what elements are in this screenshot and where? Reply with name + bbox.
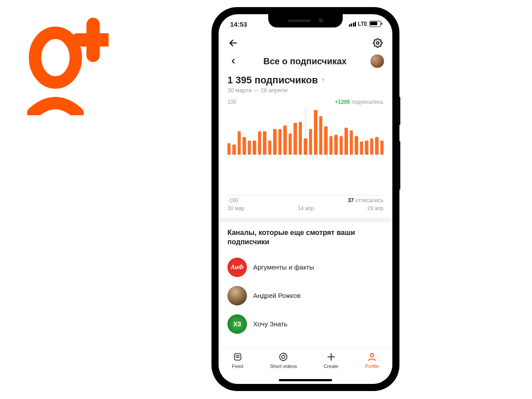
channel-item[interactable]: Андрей Рожков bbox=[227, 282, 383, 310]
chart-bar bbox=[238, 131, 241, 155]
tab-profile[interactable]: Profile bbox=[365, 352, 379, 369]
x-tick-end: 29 апр bbox=[367, 205, 383, 211]
chart-bar bbox=[278, 129, 282, 155]
chart-bar bbox=[309, 129, 312, 155]
date-range: 30 марта — 29 апреля bbox=[227, 87, 383, 94]
chart-bar bbox=[227, 143, 231, 155]
phone-notch bbox=[268, 14, 343, 27]
chart-bar bbox=[329, 136, 332, 155]
trend-up-icon: ↑ bbox=[321, 76, 325, 84]
plus-icon bbox=[326, 352, 336, 362]
back-arrow-button[interactable] bbox=[227, 36, 240, 50]
short-videos-icon bbox=[278, 352, 288, 362]
tab-short-videos[interactable]: Short videos bbox=[270, 352, 297, 369]
channel-avatar: АиФ bbox=[227, 258, 247, 277]
chart-bars[interactable] bbox=[227, 108, 383, 155]
svg-point-4 bbox=[376, 42, 379, 44]
tab-label: Short videos bbox=[270, 364, 297, 369]
signal-icon bbox=[349, 22, 356, 27]
x-tick-mid: 14 апр bbox=[298, 205, 314, 211]
tab-feed[interactable]: Feed bbox=[232, 352, 243, 369]
chart-bar bbox=[273, 129, 276, 155]
svg-point-9 bbox=[282, 355, 285, 358]
chart-bar bbox=[355, 136, 358, 155]
add-user-icon bbox=[20, 13, 109, 115]
subscriber-count: 1 395 bbox=[227, 74, 252, 86]
chart-bar bbox=[380, 141, 383, 155]
subscriber-chart: 100 +1205подписались -100 37 отписались … bbox=[219, 95, 392, 218]
loss-summary: 37 отписались bbox=[348, 197, 383, 203]
chart-bar bbox=[360, 141, 363, 155]
back-chevron-button[interactable] bbox=[227, 55, 240, 68]
page-title: Все о подписчиках bbox=[245, 56, 365, 66]
y-axis-top: 100 bbox=[227, 99, 236, 105]
chart-bar bbox=[344, 128, 348, 155]
subscriber-count-label: подписчиков bbox=[254, 74, 318, 86]
chart-bar bbox=[258, 131, 261, 155]
chart-bar bbox=[268, 141, 271, 155]
chart-bar bbox=[314, 110, 317, 155]
chart-bar bbox=[299, 122, 302, 155]
channel-name: Андрей Рожков bbox=[253, 292, 301, 299]
chart-bar bbox=[319, 116, 322, 155]
channel-name: Аргументы и факты bbox=[253, 263, 314, 271]
chart-bar bbox=[232, 145, 235, 155]
gain-summary: +1205подписались bbox=[335, 99, 383, 105]
settings-gear-button[interactable] bbox=[371, 36, 384, 50]
chart-bar bbox=[350, 130, 353, 155]
chart-bar bbox=[324, 126, 327, 155]
svg-point-12 bbox=[371, 354, 374, 357]
chart-bar bbox=[370, 138, 373, 155]
chart-bar bbox=[248, 141, 251, 155]
chart-bar bbox=[375, 137, 378, 155]
status-network: LTE bbox=[358, 21, 368, 27]
y-axis-bottom: -100 bbox=[227, 197, 238, 203]
subscriber-summary: 1 395 подписчиков ↑ 30 марта — 29 апреля bbox=[219, 71, 392, 95]
chart-bar bbox=[243, 137, 246, 155]
battery-icon bbox=[369, 21, 381, 27]
channel-avatar bbox=[227, 286, 247, 305]
chart-bar bbox=[283, 125, 286, 155]
tab-label: Profile bbox=[365, 364, 379, 369]
channel-name: Хочу Знать bbox=[253, 320, 287, 328]
chart-bar bbox=[340, 136, 343, 155]
channel-item[interactable]: ХЗХочу Знать bbox=[227, 310, 383, 338]
chart-bar bbox=[293, 123, 297, 155]
phone-frame: 14:53 LTE bbox=[212, 8, 399, 390]
tab-create[interactable]: Create bbox=[324, 352, 338, 369]
channel-item[interactable]: АиФАргументы и факты bbox=[227, 253, 383, 282]
status-time: 14:53 bbox=[230, 20, 247, 28]
channels-heading: Каналы, которые еще смотрят ваши подписч… bbox=[227, 228, 383, 247]
section-divider bbox=[219, 218, 392, 222]
x-tick-start: 30 мар bbox=[227, 205, 244, 211]
tab-bar: Feed Short videos Create Profile bbox=[219, 348, 392, 384]
profile-avatar[interactable] bbox=[370, 54, 384, 68]
chart-bar bbox=[365, 141, 368, 155]
chart-bar bbox=[334, 135, 337, 155]
channel-avatar: ХЗ bbox=[227, 314, 247, 334]
chart-bar bbox=[304, 138, 307, 155]
chart-bar bbox=[263, 131, 266, 155]
chart-bar bbox=[253, 141, 256, 155]
tab-label: Create bbox=[324, 364, 338, 369]
profile-icon bbox=[367, 352, 377, 362]
home-indicator[interactable] bbox=[279, 379, 332, 381]
svg-point-0 bbox=[35, 33, 76, 82]
tab-label: Feed bbox=[232, 364, 243, 369]
feed-icon bbox=[233, 352, 243, 362]
chart-bar bbox=[289, 133, 292, 155]
